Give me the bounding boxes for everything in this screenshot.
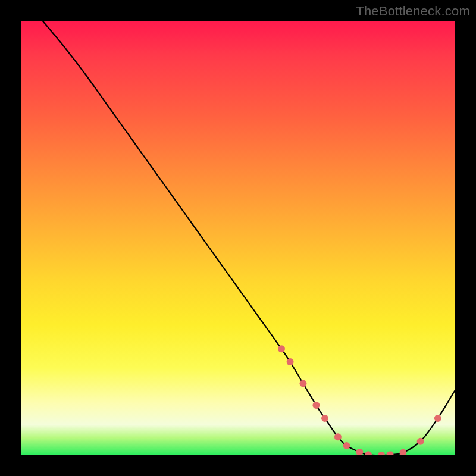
watermark-text: TheBottleneck.com	[356, 4, 470, 19]
chart-frame: TheBottleneck.com	[0, 0, 476, 476]
plot-area	[21, 21, 455, 455]
gradient-background	[21, 21, 455, 455]
